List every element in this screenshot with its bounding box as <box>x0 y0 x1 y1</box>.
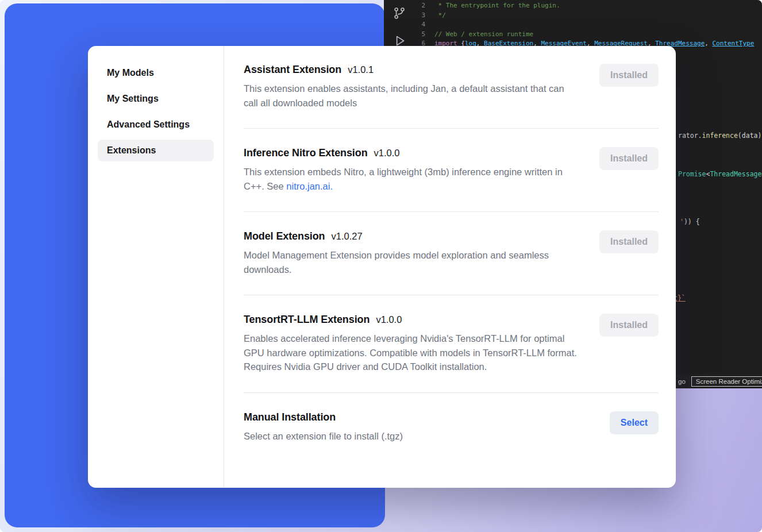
extension-title-line: Model Extensionv1.0.27 <box>244 230 579 242</box>
extension-title: Model Extension <box>244 230 325 242</box>
code-text: */ <box>434 11 446 21</box>
extension-row: TensortRT-LLM Extensionv1.0.0Enables acc… <box>244 295 659 392</box>
code-text: * The entrypoint for the plugin. <box>434 1 560 11</box>
nitro-link[interactable]: nitro.jan.ai. <box>286 181 333 191</box>
editor-activity-bar <box>384 0 417 48</box>
extension-title-line: TensortRT-LLM Extensionv1.0.0 <box>244 314 579 326</box>
line-number: 5 <box>417 30 425 40</box>
extension-title-line: Manual Installation <box>244 411 589 423</box>
extension-title-line: Assistant Extensionv1.0.1 <box>244 64 579 76</box>
extension-row: Manual InstallationSelect an extension f… <box>244 393 659 462</box>
extension-info: Manual InstallationSelect an extension f… <box>244 411 610 444</box>
extension-title: Manual Installation <box>244 411 336 423</box>
extension-info: Assistant Extensionv1.0.1This extension … <box>244 64 599 110</box>
code-fragment: Promise<ThreadMessage> <box>678 170 762 178</box>
extension-version: v1.0.0 <box>376 314 402 325</box>
installed-button[interactable]: Installed <box>599 147 659 170</box>
extension-row: Assistant Extensionv1.0.1This extension … <box>244 61 659 128</box>
extension-version: v1.0.27 <box>332 231 363 242</box>
extension-title: TensortRT-LLM Extension <box>244 314 370 326</box>
sidebar-item-my-models[interactable]: My Models <box>98 62 214 84</box>
extension-version: v1.0.0 <box>374 148 400 159</box>
code-line: 4 <box>417 20 754 30</box>
code-line: 3 */ <box>417 11 754 21</box>
installed-button[interactable]: Installed <box>599 230 659 253</box>
settings-sidebar: My ModelsMy SettingsAdvanced SettingsExt… <box>88 46 224 488</box>
code-line: 5// Web / extension runtime <box>417 30 754 40</box>
extension-title-line: Inference Nitro Extensionv1.0.0 <box>244 147 579 159</box>
extension-info: Model Extensionv1.0.27Model Management E… <box>244 230 599 276</box>
sidebar-item-extensions[interactable]: Extensions <box>98 140 214 161</box>
line-number: 4 <box>417 20 425 30</box>
installed-button[interactable]: Installed <box>599 64 659 87</box>
settings-modal: My ModelsMy SettingsAdvanced SettingsExt… <box>88 46 676 488</box>
installed-button[interactable]: Installed <box>599 314 659 337</box>
extension-description: Select an extension file to install (.tg… <box>244 429 577 444</box>
select-button[interactable]: Select <box>610 411 659 434</box>
code-area: 2 * The entrypoint for the plugin.3 */45… <box>417 1 754 49</box>
extension-description: Enables accelerated inference leveraging… <box>244 331 577 374</box>
extensions-panel: Assistant Extensionv1.0.1This extension … <box>224 46 676 488</box>
extension-title: Assistant Extension <box>244 64 341 76</box>
extension-version: v1.0.1 <box>348 64 374 75</box>
code-text: // Web / extension runtime <box>434 30 533 40</box>
desktop-background: 2 * The entrypoint for the plugin.3 */45… <box>0 0 762 532</box>
extension-title: Inference Nitro Extension <box>244 147 368 159</box>
code-line: 2 * The entrypoint for the plugin. <box>417 1 754 11</box>
code-fragment: rator.inference(data)); <box>678 132 762 140</box>
source-control-icon[interactable] <box>392 6 407 21</box>
extension-description: This extension enables assistants, inclu… <box>244 82 577 110</box>
status-text: go <box>678 378 686 385</box>
extension-info: TensortRT-LLM Extensionv1.0.0Enables acc… <box>244 314 599 374</box>
extension-description: Model Management Extension provides mode… <box>244 248 577 276</box>
line-number: 2 <box>417 1 425 11</box>
sidebar-item-advanced-settings[interactable]: Advanced Settings <box>98 114 214 136</box>
extension-row: Inference Nitro Extensionv1.0.0This exte… <box>244 129 659 211</box>
extension-info: Inference Nitro Extensionv1.0.0This exte… <box>244 147 599 193</box>
sidebar-item-my-settings[interactable]: My Settings <box>98 88 214 110</box>
screen-reader-badge[interactable]: Screen Reader Optimize <box>691 376 762 387</box>
extension-row: Model Extensionv1.0.27Model Management E… <box>244 212 659 295</box>
code-fragment: ')) { <box>680 218 700 226</box>
extension-description: This extension embeds Nitro, a lightweig… <box>244 165 577 193</box>
line-number: 3 <box>417 11 425 21</box>
